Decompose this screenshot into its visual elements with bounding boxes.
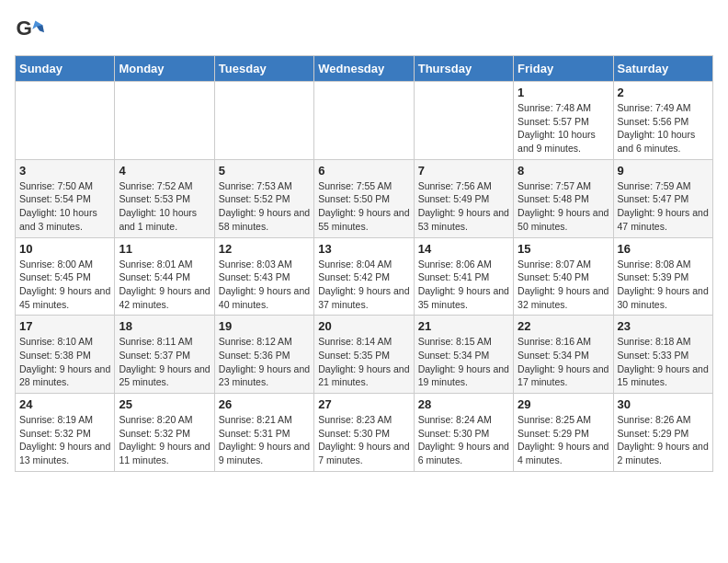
- calendar-cell: 30Sunrise: 8:26 AM Sunset: 5:29 PM Dayli…: [613, 394, 712, 472]
- day-info: Sunrise: 7:56 AM Sunset: 5:49 PM Dayligh…: [418, 179, 509, 234]
- day-info: Sunrise: 8:10 AM Sunset: 5:38 PM Dayligh…: [19, 335, 110, 389]
- day-number: 22: [518, 319, 609, 333]
- day-number: 6: [318, 164, 409, 178]
- day-info: Sunrise: 8:26 AM Sunset: 5:29 PM Dayligh…: [618, 413, 709, 467]
- day-info: Sunrise: 8:25 AM Sunset: 5:29 PM Dayligh…: [518, 413, 609, 467]
- day-info: Sunrise: 7:50 AM Sunset: 5:54 PM Dayligh…: [19, 179, 110, 234]
- day-info: Sunrise: 8:11 AM Sunset: 5:37 PM Dayligh…: [119, 335, 210, 389]
- day-info: Sunrise: 8:12 AM Sunset: 5:36 PM Dayligh…: [219, 335, 310, 389]
- calendar-cell: 12Sunrise: 8:03 AM Sunset: 5:43 PM Dayli…: [214, 237, 313, 316]
- day-number: 26: [219, 397, 310, 411]
- calendar-cell: 13Sunrise: 8:04 AM Sunset: 5:42 PM Dayli…: [314, 237, 414, 316]
- day-info: Sunrise: 7:55 AM Sunset: 5:50 PM Dayligh…: [318, 179, 409, 234]
- day-info: Sunrise: 8:07 AM Sunset: 5:40 PM Dayligh…: [518, 258, 609, 312]
- calendar-header-row: SundayMondayTuesdayWednesdayThursdayFrid…: [16, 56, 713, 82]
- day-info: Sunrise: 7:48 AM Sunset: 5:57 PM Dayligh…: [518, 101, 609, 155]
- logo-icon: G: [15, 15, 44, 44]
- calendar-cell: 25Sunrise: 8:20 AM Sunset: 5:32 PM Dayli…: [115, 394, 214, 472]
- calendar-cell: 20Sunrise: 8:14 AM Sunset: 5:35 PM Dayli…: [314, 316, 414, 394]
- day-number: 13: [318, 242, 409, 256]
- day-number: 25: [119, 397, 210, 411]
- calendar-cell: 8Sunrise: 7:57 AM Sunset: 5:48 PM Daylig…: [514, 159, 613, 237]
- day-number: 1: [518, 86, 609, 99]
- calendar-week-3: 10Sunrise: 8:00 AM Sunset: 5:45 PM Dayli…: [16, 237, 713, 316]
- calendar-cell: 5Sunrise: 7:53 AM Sunset: 5:52 PM Daylig…: [214, 159, 313, 237]
- day-info: Sunrise: 8:16 AM Sunset: 5:34 PM Dayligh…: [518, 335, 609, 389]
- calendar-cell: 22Sunrise: 8:16 AM Sunset: 5:34 PM Dayli…: [514, 316, 613, 394]
- day-info: Sunrise: 8:20 AM Sunset: 5:32 PM Dayligh…: [119, 413, 210, 467]
- calendar-cell: [314, 82, 414, 160]
- calendar-cell: 18Sunrise: 8:11 AM Sunset: 5:37 PM Dayli…: [115, 316, 214, 394]
- day-number: 29: [518, 397, 609, 411]
- day-info: Sunrise: 8:04 AM Sunset: 5:42 PM Dayligh…: [318, 258, 409, 312]
- calendar-cell: [16, 82, 115, 160]
- day-number: 2: [618, 86, 709, 99]
- svg-text:G: G: [17, 17, 32, 40]
- day-info: Sunrise: 7:59 AM Sunset: 5:47 PM Dayligh…: [618, 179, 709, 234]
- day-number: 10: [19, 242, 110, 256]
- calendar-cell: 24Sunrise: 8:19 AM Sunset: 5:32 PM Dayli…: [16, 394, 115, 472]
- day-info: Sunrise: 7:53 AM Sunset: 5:52 PM Dayligh…: [219, 179, 310, 234]
- day-number: 8: [518, 164, 609, 178]
- day-info: Sunrise: 7:57 AM Sunset: 5:48 PM Dayligh…: [518, 179, 609, 234]
- day-number: 20: [318, 319, 409, 333]
- day-number: 24: [19, 397, 110, 411]
- day-info: Sunrise: 8:00 AM Sunset: 5:45 PM Dayligh…: [19, 258, 110, 312]
- weekday-header-monday: Monday: [115, 56, 214, 82]
- calendar-cell: 28Sunrise: 8:24 AM Sunset: 5:30 PM Dayli…: [414, 394, 513, 472]
- calendar-cell: 14Sunrise: 8:06 AM Sunset: 5:41 PM Dayli…: [414, 237, 513, 316]
- calendar-cell: 4Sunrise: 7:52 AM Sunset: 5:53 PM Daylig…: [115, 159, 214, 237]
- calendar-cell: 19Sunrise: 8:12 AM Sunset: 5:36 PM Dayli…: [214, 316, 313, 394]
- page-header: G: [15, 15, 713, 44]
- day-number: 21: [418, 319, 509, 333]
- calendar-cell: [115, 82, 214, 160]
- calendar-week-2: 3Sunrise: 7:50 AM Sunset: 5:54 PM Daylig…: [16, 159, 713, 237]
- day-number: 28: [418, 397, 509, 411]
- calendar-cell: 29Sunrise: 8:25 AM Sunset: 5:29 PM Dayli…: [514, 394, 613, 472]
- weekday-header-saturday: Saturday: [613, 56, 712, 82]
- day-number: 17: [19, 319, 110, 333]
- day-number: 12: [219, 242, 310, 256]
- day-info: Sunrise: 7:49 AM Sunset: 5:56 PM Dayligh…: [618, 101, 709, 155]
- weekday-header-friday: Friday: [514, 56, 613, 82]
- day-number: 27: [318, 397, 409, 411]
- calendar-cell: [214, 82, 313, 160]
- weekday-header-sunday: Sunday: [16, 56, 115, 82]
- calendar-cell: 21Sunrise: 8:15 AM Sunset: 5:34 PM Dayli…: [414, 316, 513, 394]
- calendar-cell: 26Sunrise: 8:21 AM Sunset: 5:31 PM Dayli…: [214, 394, 313, 472]
- calendar-cell: 17Sunrise: 8:10 AM Sunset: 5:38 PM Dayli…: [16, 316, 115, 394]
- day-number: 5: [219, 164, 310, 178]
- day-info: Sunrise: 8:18 AM Sunset: 5:33 PM Dayligh…: [618, 335, 709, 389]
- calendar-cell: 11Sunrise: 8:01 AM Sunset: 5:44 PM Dayli…: [115, 237, 214, 316]
- calendar-week-1: 1Sunrise: 7:48 AM Sunset: 5:57 PM Daylig…: [16, 82, 713, 160]
- weekday-header-thursday: Thursday: [414, 56, 513, 82]
- calendar-cell: 10Sunrise: 8:00 AM Sunset: 5:45 PM Dayli…: [16, 237, 115, 316]
- day-number: 16: [618, 242, 709, 256]
- day-number: 4: [119, 164, 210, 178]
- calendar-cell: 16Sunrise: 8:08 AM Sunset: 5:39 PM Dayli…: [613, 237, 712, 316]
- weekday-header-wednesday: Wednesday: [314, 56, 414, 82]
- day-info: Sunrise: 8:23 AM Sunset: 5:30 PM Dayligh…: [318, 413, 409, 467]
- calendar-cell: 23Sunrise: 8:18 AM Sunset: 5:33 PM Dayli…: [613, 316, 712, 394]
- day-info: Sunrise: 8:03 AM Sunset: 5:43 PM Dayligh…: [219, 258, 310, 312]
- day-number: 9: [618, 164, 709, 178]
- calendar-cell: 2Sunrise: 7:49 AM Sunset: 5:56 PM Daylig…: [613, 82, 712, 160]
- day-number: 30: [618, 397, 709, 411]
- day-info: Sunrise: 8:24 AM Sunset: 5:30 PM Dayligh…: [418, 413, 509, 467]
- day-info: Sunrise: 8:15 AM Sunset: 5:34 PM Dayligh…: [418, 335, 509, 389]
- calendar-cell: 3Sunrise: 7:50 AM Sunset: 5:54 PM Daylig…: [16, 159, 115, 237]
- day-info: Sunrise: 7:52 AM Sunset: 5:53 PM Dayligh…: [119, 179, 210, 234]
- calendar-cell: 6Sunrise: 7:55 AM Sunset: 5:50 PM Daylig…: [314, 159, 414, 237]
- day-info: Sunrise: 8:01 AM Sunset: 5:44 PM Dayligh…: [119, 258, 210, 312]
- calendar-cell: 7Sunrise: 7:56 AM Sunset: 5:49 PM Daylig…: [414, 159, 513, 237]
- day-number: 15: [518, 242, 609, 256]
- calendar-week-4: 17Sunrise: 8:10 AM Sunset: 5:38 PM Dayli…: [16, 316, 713, 394]
- day-number: 7: [418, 164, 509, 178]
- day-info: Sunrise: 8:19 AM Sunset: 5:32 PM Dayligh…: [19, 413, 110, 467]
- calendar-cell: [414, 82, 513, 160]
- day-number: 18: [119, 319, 210, 333]
- calendar-table: SundayMondayTuesdayWednesdayThursdayFrid…: [15, 55, 713, 472]
- day-info: Sunrise: 8:06 AM Sunset: 5:41 PM Dayligh…: [418, 258, 509, 312]
- calendar-cell: 27Sunrise: 8:23 AM Sunset: 5:30 PM Dayli…: [314, 394, 414, 472]
- day-info: Sunrise: 8:21 AM Sunset: 5:31 PM Dayligh…: [219, 413, 310, 467]
